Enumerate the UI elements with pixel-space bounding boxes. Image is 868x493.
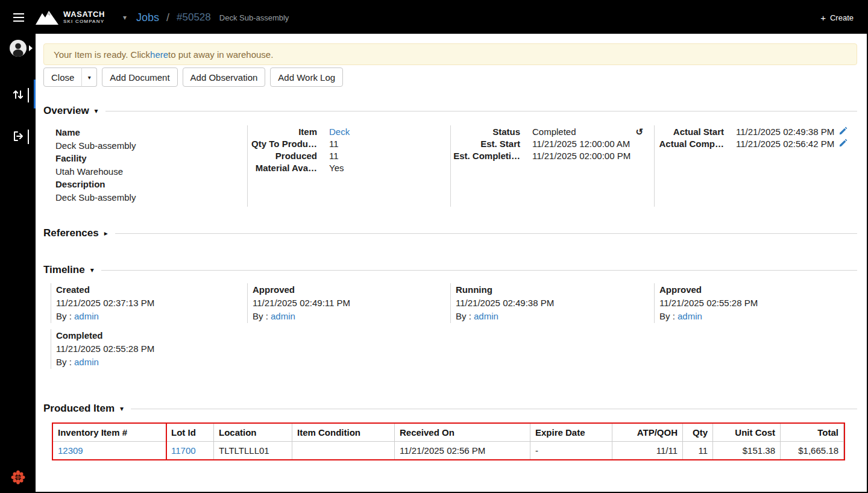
add-document-button[interactable]: Add Document <box>102 68 177 87</box>
hamburger-menu-icon[interactable] <box>13 13 24 22</box>
overview-actuals-column: Actual Start 11/21/2025 02:49:38 PM Actu… <box>654 125 857 207</box>
add-observation-button[interactable]: Add Observation <box>183 68 266 87</box>
col-unit-cost: Unit Cost <box>713 424 781 442</box>
table-header-row: Inventory Item # Lot Id Location Item Co… <box>53 424 844 442</box>
timeline-user-link[interactable]: admin <box>271 311 295 321</box>
breadcrumb-job-name: Deck Sub-assembly <box>219 13 289 22</box>
timeline-section-title: Timeline <box>43 264 85 276</box>
overview-production-column: Item Deck Qty To Produ… 11 Produced 11 M… <box>247 125 450 207</box>
overview-section-title: Overview <box>43 105 89 117</box>
actual-start-value: 11/21/2025 02:49:38 PM <box>736 126 834 138</box>
cell-received-on: 11/21/2025 02:56 PM <box>395 442 530 460</box>
timeline-user-link[interactable]: admin <box>678 311 702 321</box>
material-available-label: Material Ava… <box>248 162 317 174</box>
section-divider-line <box>105 111 857 111</box>
close-dropdown-caret-icon[interactable]: ▾ <box>81 68 97 87</box>
cell-unit-cost: $151.38 <box>713 442 781 460</box>
qty-to-produce-label: Qty To Produ… <box>248 138 317 150</box>
name-value: Deck Sub-assembly <box>55 139 247 152</box>
plus-icon: + <box>820 14 826 22</box>
cell-inventory-item: 12309 <box>53 442 166 460</box>
col-total: Total <box>781 424 844 442</box>
create-button[interactable]: + Create <box>820 13 854 22</box>
actual-start-field: Actual Start 11/21/2025 02:49:38 PM <box>655 126 857 138</box>
user-avatar[interactable] <box>9 39 27 60</box>
brand-flower-icon[interactable] <box>11 470 25 487</box>
putaway-here-link[interactable]: here <box>150 49 168 60</box>
actual-completion-value: 11/21/2025 02:56:42 PM <box>736 138 834 150</box>
edit-actual-completion-pencil-icon[interactable] <box>839 139 848 147</box>
timeline-timestamp: 11/21/2025 02:55:28 PM <box>56 342 247 356</box>
inventory-item-link[interactable]: 12309 <box>58 445 83 456</box>
est-completion-value: 11/21/2025 02:00:00 PM <box>532 150 631 162</box>
section-divider-line <box>115 233 857 234</box>
item-label: Item <box>248 126 317 138</box>
timeline-entry: Running 11/21/2025 02:49:38 PM By : admi… <box>450 283 654 323</box>
breadcrumb-separator: / <box>166 11 169 24</box>
company-logo[interactable]: WASATCH SKI COMPANY <box>35 10 105 25</box>
warehouse-alert-banner: Your Item is ready. Click here to put aw… <box>43 43 857 65</box>
timeline-user-link[interactable]: admin <box>74 357 99 367</box>
timeline-timestamp: 11/21/2025 02:55:28 PM <box>659 297 857 310</box>
produced-field: Produced 11 <box>248 150 450 162</box>
cell-location: TLTLTLLL01 <box>214 442 292 460</box>
status-field: Status Completed ↺ <box>451 126 654 138</box>
nav-dropdown-caret-icon[interactable]: ▾ <box>123 13 127 22</box>
timeline-timestamp: 11/21/2025 02:37:13 PM <box>56 297 247 310</box>
est-start-label: Est. Start <box>451 138 520 150</box>
produced-item-table-wrap: Inventory Item # Lot Id Location Item Co… <box>52 423 844 460</box>
lot-id-link[interactable]: 11700 <box>171 445 196 456</box>
timeline-by-label: By : <box>56 311 72 321</box>
references-section-title: References <box>43 227 99 239</box>
col-inventory-item: Inventory Item # <box>53 424 166 442</box>
est-start-field: Est. Start 11/21/2025 12:00:00 AM <box>451 138 654 150</box>
cell-item-condition <box>292 442 395 460</box>
timeline-body: Created 11/21/2025 02:37:13 PM By : admi… <box>51 283 857 369</box>
timeline-entry: Approved 11/21/2025 02:49:11 PM By : adm… <box>247 283 450 323</box>
timeline-user-link[interactable]: admin <box>74 311 99 321</box>
sidebar-divider-bar <box>28 88 29 102</box>
left-sidebar <box>1 34 36 493</box>
timeline-event: Approved <box>659 283 857 297</box>
references-section-header: References ▸ <box>43 227 857 239</box>
breadcrumb-job-id-link[interactable]: #50528 <box>177 11 211 24</box>
actual-completion-label: Actual Comp… <box>655 138 724 150</box>
status-history-icon[interactable]: ↺ <box>635 126 643 138</box>
sidebar-item-production[interactable] <box>12 89 24 103</box>
mountain-logo-icon <box>35 10 59 25</box>
col-location: Location <box>214 424 292 442</box>
alert-text-after: to put away in warehouse. <box>168 49 273 60</box>
timeline-collapse-caret-icon[interactable]: ▾ <box>90 266 94 274</box>
produced-item-section-title: Produced Item <box>43 403 115 415</box>
overview-collapse-caret-icon[interactable]: ▾ <box>95 107 98 115</box>
material-available-field: Material Ava… Yes <box>248 162 450 174</box>
avatar-menu-caret-icon <box>29 45 33 51</box>
add-work-log-button[interactable]: Add Work Log <box>270 68 343 87</box>
action-toolbar: Close ▾ Add Document Add Observation Add… <box>43 68 857 87</box>
overview-identity-column: Name Deck Sub-assembly Facility Utah War… <box>55 125 247 207</box>
est-start-value: 11/21/2025 12:00:00 AM <box>532 138 630 150</box>
edit-actual-start-pencil-icon[interactable] <box>839 127 848 135</box>
timeline-by-label: By : <box>56 357 72 367</box>
produced-item-collapse-caret-icon[interactable]: ▾ <box>120 404 124 413</box>
material-available-value: Yes <box>329 162 344 174</box>
item-field: Item Deck <box>248 126 450 138</box>
timeline-entry: Approved 11/21/2025 02:55:28 PM By : adm… <box>654 283 857 323</box>
timeline-timestamp: 11/21/2025 02:49:11 PM <box>253 297 450 310</box>
item-link[interactable]: Deck <box>329 126 350 138</box>
col-received-on: Received On <box>395 424 530 442</box>
section-divider-line <box>131 409 857 409</box>
close-button[interactable]: Close <box>43 68 82 87</box>
table-row: 12309 11700 TLTLTLLL01 11/21/2025 02:56 … <box>53 442 844 460</box>
produced-label: Produced <box>248 150 317 162</box>
cell-expire-date: - <box>530 442 612 460</box>
sidebar-item-logout[interactable] <box>12 130 24 145</box>
timeline-entry: Completed 11/21/2025 02:55:28 PM By : ad… <box>51 329 247 369</box>
qty-to-produce-value: 11 <box>329 138 339 150</box>
timeline-event: Approved <box>253 283 450 297</box>
timeline-user-link[interactable]: admin <box>474 311 498 321</box>
logout-icon <box>12 130 24 142</box>
breadcrumb-jobs-link[interactable]: Jobs <box>136 11 159 24</box>
references-expand-caret-icon[interactable]: ▸ <box>104 229 108 237</box>
timeline-by-label: By : <box>253 311 268 321</box>
